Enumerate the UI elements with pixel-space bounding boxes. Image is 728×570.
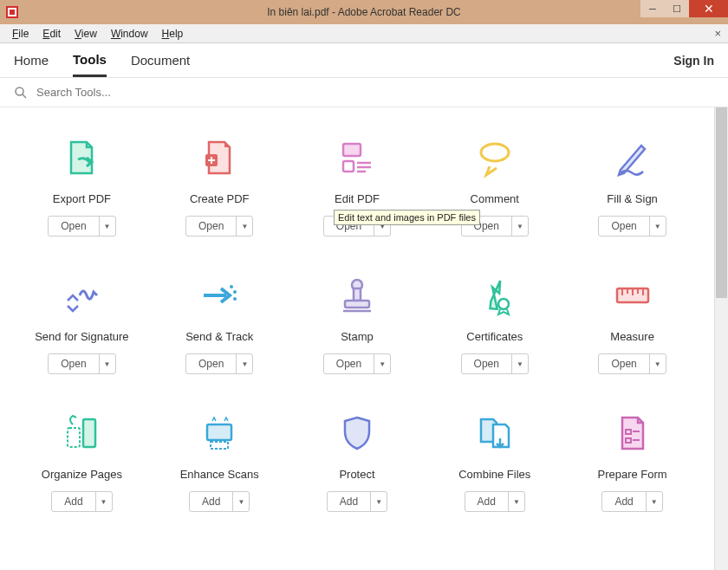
open-button[interactable]: Open▼ — [598, 216, 666, 236]
dropdown-arrow-icon[interactable]: ▼ — [100, 354, 115, 373]
svg-rect-7 — [343, 161, 354, 172]
tool-label: Enhance Scans — [180, 468, 259, 481]
tool-send-track[interactable]: Send & TrackOpen▼ — [155, 271, 284, 374]
tool-stamp[interactable]: StampOpen▼ — [293, 271, 422, 374]
tool-export-pdf[interactable]: Export PDFOpen▼ — [17, 133, 146, 236]
open-button[interactable]: Open▼ — [323, 353, 391, 374]
svg-rect-27 — [68, 428, 80, 447]
menu-window[interactable]: Window — [104, 26, 155, 42]
tool-label: Edit PDF — [335, 192, 380, 205]
dropdown-arrow-icon[interactable]: ▼ — [237, 354, 252, 373]
svg-rect-28 — [207, 424, 231, 440]
menu-help[interactable]: Help — [155, 26, 191, 42]
send-signature-icon — [57, 271, 106, 320]
tool-label: Send for Signature — [35, 330, 128, 343]
dropdown-arrow-icon[interactable]: ▼ — [650, 217, 666, 236]
add-button[interactable]: Add▼ — [51, 491, 112, 512]
dropdown-arrow-icon[interactable]: ▼ — [233, 492, 249, 511]
dropdown-arrow-icon[interactable]: ▼ — [647, 492, 662, 511]
dropdown-arrow-icon[interactable]: ▼ — [512, 354, 528, 373]
tool-prepare-form[interactable]: Prepare FormAdd▼ — [568, 409, 697, 512]
open-button-label[interactable]: Open — [49, 354, 99, 373]
add-button-label[interactable]: Add — [465, 492, 509, 511]
svg-line-4 — [23, 94, 26, 98]
tool-label: Organize Pages — [42, 468, 122, 481]
open-button-label[interactable]: Open — [599, 217, 649, 236]
open-button[interactable]: Open▼ — [48, 353, 115, 374]
tool-label: Measure — [610, 330, 654, 343]
combine-files-icon — [471, 409, 519, 457]
svg-point-13 — [233, 290, 237, 294]
svg-rect-16 — [354, 288, 361, 301]
menu-view[interactable]: View — [68, 26, 104, 42]
enhance-scans-icon — [195, 409, 244, 457]
add-button-label[interactable]: Add — [602, 492, 646, 511]
organize-pages-icon — [57, 409, 106, 457]
add-button-label[interactable]: Add — [190, 492, 233, 511]
tab-tools[interactable]: Tools — [73, 44, 107, 77]
tool-measure[interactable]: MeasureOpen▼ — [568, 271, 697, 374]
add-button-label[interactable]: Add — [328, 492, 371, 511]
tab-close-icon[interactable]: × — [714, 27, 721, 40]
open-button[interactable]: Open▼ — [185, 353, 253, 374]
search-icon — [14, 86, 28, 100]
scrollbar-thumb[interactable] — [716, 107, 727, 298]
tool-protect[interactable]: ProtectAdd▼ — [293, 409, 422, 512]
tool-organize-pages[interactable]: Organize PagesAdd▼ — [17, 409, 146, 512]
tool-send-signature[interactable]: Send for SignatureOpen▼ — [17, 271, 146, 374]
open-button[interactable]: Open▼ — [598, 353, 666, 374]
dropdown-arrow-icon[interactable]: ▼ — [371, 492, 387, 511]
add-button-label[interactable]: Add — [52, 492, 95, 511]
dropdown-arrow-icon[interactable]: ▼ — [509, 492, 524, 511]
search-input[interactable] — [36, 86, 714, 99]
svg-point-3 — [16, 87, 23, 95]
add-button[interactable]: Add▼ — [189, 491, 250, 512]
stamp-icon — [333, 271, 381, 320]
open-button-label[interactable]: Open — [186, 354, 237, 373]
svg-rect-26 — [83, 419, 95, 447]
close-button[interactable]: ✕ — [689, 0, 728, 17]
dropdown-arrow-icon[interactable]: ▼ — [100, 217, 115, 236]
add-button[interactable]: Add▼ — [327, 491, 387, 512]
open-button-label[interactable]: Open — [49, 217, 99, 236]
open-button[interactable]: Open▼ — [48, 216, 115, 236]
dropdown-arrow-icon[interactable]: ▼ — [512, 217, 528, 236]
certificates-icon — [471, 271, 519, 320]
send-track-icon — [195, 271, 244, 320]
edit-pdf-icon — [333, 133, 381, 182]
dropdown-arrow-icon[interactable]: ▼ — [374, 354, 390, 373]
tab-home[interactable]: Home — [14, 45, 49, 75]
open-button[interactable]: Open▼ — [461, 353, 529, 374]
tool-create-pdf[interactable]: Create PDFOpen▼ — [155, 133, 284, 236]
maximize-button[interactable]: ☐ — [665, 0, 689, 17]
tool-certificates[interactable]: CertificatesOpen▼ — [430, 271, 559, 374]
menu-file[interactable]: File — [5, 26, 36, 42]
tab-document[interactable]: Document — [131, 45, 190, 75]
svg-rect-6 — [343, 144, 361, 156]
tool-label: Protect — [339, 468, 374, 481]
tool-fill-sign[interactable]: Fill & SignOpen▼ — [568, 133, 697, 236]
open-button-label[interactable]: Open — [599, 354, 649, 373]
minimize-button[interactable]: ─ — [640, 0, 665, 17]
sign-in-link[interactable]: Sign In — [673, 54, 714, 68]
add-button[interactable]: Add▼ — [465, 491, 525, 512]
open-button-label[interactable]: Open — [324, 354, 374, 373]
svg-point-19 — [498, 299, 509, 309]
tool-combine-files[interactable]: Combine FilesAdd▼ — [430, 409, 559, 512]
search-bar — [0, 78, 728, 107]
tool-label: Certificates — [466, 330, 523, 343]
svg-rect-2 — [10, 10, 15, 15]
dropdown-arrow-icon[interactable]: ▼ — [650, 354, 666, 373]
dropdown-arrow-icon[interactable]: ▼ — [96, 492, 112, 511]
menu-edit[interactable]: Edit — [36, 26, 68, 42]
svg-point-12 — [230, 285, 233, 288]
open-button-label[interactable]: Open — [186, 217, 237, 236]
tool-label: Prepare Form — [597, 468, 666, 481]
tool-enhance-scans[interactable]: Enhance ScansAdd▼ — [155, 409, 284, 512]
open-button-label[interactable]: Open — [462, 354, 512, 373]
open-button[interactable]: Open▼ — [185, 216, 253, 236]
add-button[interactable]: Add▼ — [601, 491, 662, 512]
tool-label: Stamp — [341, 330, 374, 343]
scrollbar[interactable] — [714, 107, 728, 570]
dropdown-arrow-icon[interactable]: ▼ — [237, 217, 252, 236]
